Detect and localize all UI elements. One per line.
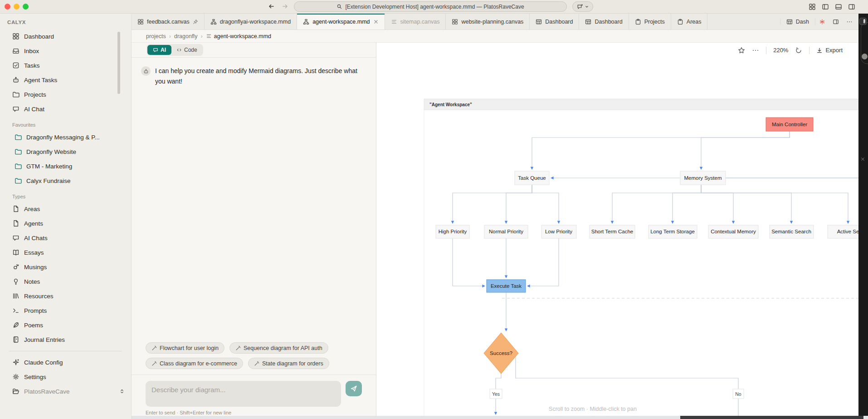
wand-icon	[151, 361, 157, 366]
send-button[interactable]	[346, 381, 362, 396]
panel-close-button[interactable]	[860, 155, 865, 163]
sidebar-item-dashboard[interactable]: Dashboard	[0, 29, 131, 44]
lightbulb-icon	[12, 278, 20, 285]
node-normal-priority[interactable]: Normal Priority	[484, 225, 528, 238]
folder-icon	[12, 91, 20, 98]
tab-sitemap-canvas[interactable]: sitemap.canvas	[385, 14, 446, 30]
sidebar-item-agent-tasks[interactable]: Agent Tasks	[0, 73, 131, 87]
search-icon	[336, 4, 342, 10]
close-icon[interactable]	[373, 19, 379, 25]
file-icon	[12, 220, 20, 227]
sidebar-item-gtm-marketing[interactable]: GTM - Marketing	[0, 159, 131, 173]
node-success-decision[interactable]: Success?	[484, 333, 518, 374]
node-label: Normal Priority	[489, 229, 523, 234]
node-short-term-cache[interactable]: Short Term Cache	[590, 225, 635, 238]
export-button[interactable]: Export	[816, 47, 843, 54]
suggestion-class[interactable]: Class diagram for e-commerce	[146, 358, 243, 369]
sidebar-item-journal-entries[interactable]: Journal Entries	[0, 332, 131, 347]
floating-widget-knob	[862, 54, 868, 59]
subgraph-label: "Agent Workspace"	[429, 102, 472, 107]
node-high-priority[interactable]: High Priority	[436, 225, 469, 238]
flowchart-icon	[210, 19, 217, 25]
window-titlebar: [Extension Development Host] agent-works…	[0, 0, 868, 14]
sidebar-item-areas[interactable]: Areas	[0, 202, 131, 216]
breadcrumb-dragonfly[interactable]: dragonfly	[174, 33, 197, 39]
sidebar-item-essays[interactable]: Essays	[0, 245, 131, 260]
tab-areas[interactable]: Areas	[671, 14, 708, 30]
tab-agent-workspace[interactable]: agent-workspace.mmd	[297, 14, 385, 30]
tab-ai[interactable]: AI	[147, 45, 171, 55]
reset-view-icon[interactable]	[795, 47, 802, 54]
split-panel-button[interactable]	[829, 14, 843, 30]
sidebar-item-label: Essays	[24, 249, 44, 256]
sidebar-item-ai-chat[interactable]: AI Chat	[0, 102, 131, 116]
scrollbar-thumb[interactable]	[680, 416, 863, 419]
node-task-queue[interactable]: Task Queue	[515, 171, 549, 185]
sidebar-item-poems[interactable]: Poems	[0, 318, 131, 332]
new-chat-button[interactable]	[572, 1, 593, 12]
sidebar-item-resources[interactable]: Resources	[0, 289, 131, 303]
sidebar-item-label: Agents	[24, 220, 43, 227]
sidebar-item-calyx-fundraise[interactable]: Calyx Fundraise	[0, 173, 131, 188]
suggestion-state[interactable]: State diagram for orders	[248, 358, 329, 369]
sidebar-scrollbar[interactable]	[117, 32, 120, 94]
close-window-button[interactable]	[5, 4, 10, 10]
asterisk-icon	[819, 19, 825, 25]
breadcrumb-projects[interactable]: projects	[146, 33, 166, 39]
chip-label: Class diagram for e-commerce	[160, 360, 237, 367]
forward-icon[interactable]	[282, 3, 290, 11]
asterisk-badge-icon[interactable]	[815, 14, 829, 30]
sidebar-item-notes[interactable]: Notes	[0, 274, 131, 289]
tab-dashboard-1[interactable]: Dashboard	[530, 14, 579, 30]
sidebar-item-claude-config[interactable]: Claude Config	[0, 355, 131, 370]
workspace-switcher[interactable]: PlatosRaveCave	[0, 384, 131, 399]
close-icon	[860, 157, 865, 162]
tab-dash-truncated[interactable]: Dash	[780, 19, 815, 25]
favourite-star-icon[interactable]	[738, 47, 745, 54]
robot-icon	[12, 76, 20, 84]
more-options-icon[interactable]	[752, 47, 759, 54]
tab-projects[interactable]: Projects	[629, 14, 671, 30]
node-semantic-search[interactable]: Semantic Search	[770, 225, 814, 238]
node-memory-system[interactable]: Memory System	[680, 171, 726, 185]
panel-right-toggle-icon[interactable]	[848, 3, 855, 10]
sidebar-item-musings[interactable]: Musings	[0, 260, 131, 274]
suggestion-flowchart[interactable]: Flowchart for user login	[146, 342, 224, 354]
apps-grid-icon[interactable]	[809, 3, 816, 10]
sidebar-item-inbox[interactable]: Inbox	[0, 44, 131, 58]
node-label: Short Term Cache	[591, 229, 633, 234]
suggestion-sequence[interactable]: Sequence diagram for API auth	[229, 342, 328, 354]
sidebar-item-dragonfly-website[interactable]: Dragonfly Website	[0, 144, 131, 159]
journal-icon	[12, 336, 20, 343]
node-contextual-memory[interactable]: Contextual Memory	[708, 225, 758, 238]
tab-dragonflyai-workspace[interactable]: dragonflyai-workspace.mmd	[205, 14, 297, 30]
tab-code[interactable]: Code	[171, 45, 202, 55]
sidebar-item-dragonfly-messaging[interactable]: Dragonfly Messaging & P...	[0, 130, 131, 144]
tab-feedback-canvas[interactable]: feedback.canvas	[132, 14, 205, 30]
panel-left-toggle-icon[interactable]	[822, 3, 829, 10]
chat-input[interactable]	[146, 381, 341, 407]
sidebar-item-agents[interactable]: Agents	[0, 216, 131, 231]
horizontal-scrollbar[interactable]	[132, 416, 868, 419]
minimize-window-button[interactable]	[14, 4, 20, 10]
sidebar-item-tasks[interactable]: Tasks	[0, 58, 131, 73]
sidebar-item-projects[interactable]: Projects	[0, 87, 131, 102]
address-bar[interactable]: [Extension Development Host] agent-works…	[294, 1, 567, 12]
node-main-controller[interactable]: Main Controller	[766, 118, 813, 131]
flowchart-icon	[303, 19, 309, 25]
panel-bottom-toggle-icon[interactable]	[835, 3, 842, 10]
node-long-term-storage[interactable]: Long Term Storage	[649, 225, 697, 238]
sidebar-item-ai-chats[interactable]: AI Chats	[0, 231, 131, 245]
node-execute-task[interactable]: Execute Task	[487, 280, 526, 292]
sidebar-item-prompts[interactable]: Prompts	[0, 303, 131, 318]
sidebar-item-settings[interactable]: Settings	[0, 370, 131, 384]
node-low-priority[interactable]: Low Priority	[541, 225, 576, 238]
tab-overflow-menu[interactable]	[843, 14, 856, 30]
tab-dashboard-2[interactable]: Dashboard	[579, 14, 629, 30]
diagram-canvas[interactable]: 220% Export "Agent Workspace"	[376, 43, 868, 419]
back-icon[interactable]	[268, 3, 276, 11]
breadcrumb-file[interactable]: agent-workspace.mmd	[206, 33, 271, 39]
node-active-session[interactable]: Active Se	[828, 225, 858, 238]
tab-website-planning[interactable]: website-planning.canvas	[446, 14, 530, 30]
zoom-window-button[interactable]	[23, 4, 29, 10]
